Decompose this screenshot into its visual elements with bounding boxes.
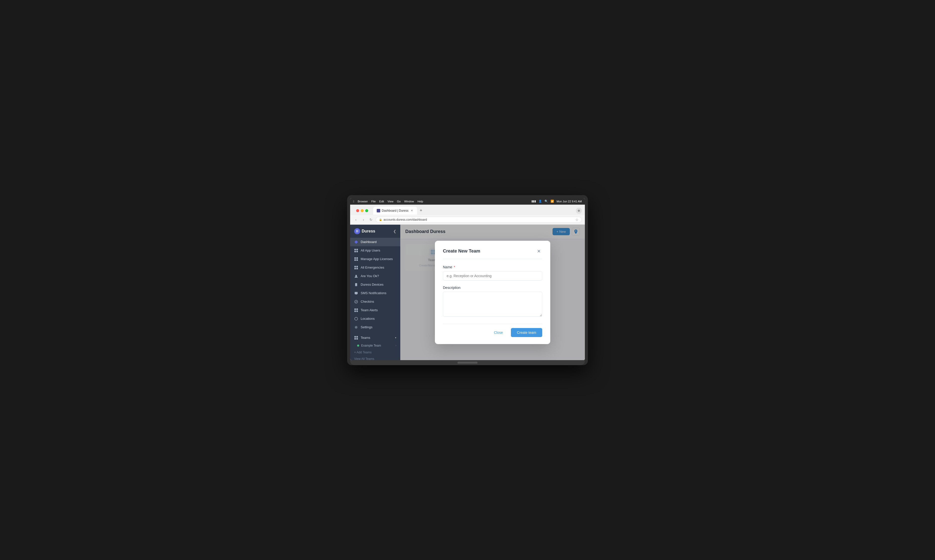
menu-browser[interactable]: Browser	[358, 200, 368, 203]
duress-devices-icon	[354, 283, 358, 287]
menu-file[interactable]: File	[371, 200, 376, 203]
svg-rect-0	[354, 249, 356, 250]
laptop-notch	[457, 362, 478, 364]
svg-rect-7	[357, 259, 358, 261]
menu-bar-left:  Browser File Edit View Go Window Help	[353, 200, 423, 203]
locations-icon	[354, 317, 358, 321]
sidebar: D Duress ❮ Dashboard	[350, 225, 400, 360]
sidebar-item-locations[interactable]: Locations	[350, 314, 400, 323]
sidebar-collapse-button[interactable]: ❮	[393, 229, 396, 233]
sub-team-arrow-icon: ›	[395, 344, 396, 347]
sidebar-item-sms-notifications[interactable]: SMS Notifications	[350, 289, 400, 297]
menu-edit[interactable]: Edit	[379, 200, 384, 203]
svg-rect-3	[357, 251, 358, 252]
name-field-group: Name *	[443, 265, 542, 281]
sidebar-item-label: Team Alerts	[361, 308, 378, 312]
create-team-button[interactable]: Create team	[511, 328, 542, 337]
example-team-dot	[357, 345, 359, 346]
dashboard-icon	[354, 240, 358, 244]
are-you-ok-icon	[354, 274, 358, 278]
team-alerts-icon	[354, 308, 358, 312]
wifi-icon: 📶	[551, 200, 554, 203]
close-button[interactable]	[356, 209, 359, 212]
modal-footer: Close Create team	[443, 324, 542, 337]
all-app-users-icon	[354, 249, 358, 252]
sidebar-item-label: All Emergencies	[361, 266, 384, 269]
sidebar-item-duress-devices[interactable]: Duress Devices	[350, 280, 400, 289]
search-icon[interactable]: 🔍	[544, 200, 548, 203]
menu-help[interactable]: Help	[418, 200, 423, 203]
svg-rect-24	[357, 336, 358, 338]
svg-rect-17	[354, 308, 356, 310]
svg-rect-1	[357, 249, 358, 250]
forward-button[interactable]: ›	[361, 217, 366, 222]
menu-view[interactable]: View	[388, 200, 394, 203]
teams-chevron-icon: ▾	[395, 336, 396, 339]
minimize-button[interactable]	[361, 209, 364, 212]
modal-close-button[interactable]: ✕	[535, 248, 542, 255]
sidebar-item-settings[interactable]: Settings	[350, 323, 400, 332]
main-content: Dashboard Duress + New Teams	[400, 225, 585, 360]
teams-section: Teams ▾ Example Team › + Add Teams	[350, 332, 400, 360]
sidebar-item-all-emergencies[interactable]: All Emergencies	[350, 263, 400, 272]
svg-rect-26	[357, 338, 358, 340]
close-modal-button[interactable]: Close	[489, 328, 508, 337]
teams-section-header[interactable]: Teams ▾	[350, 334, 400, 342]
description-label: Description	[443, 286, 542, 290]
sidebar-item-label: SMS Notifications	[361, 291, 386, 295]
sidebar-header: D Duress ❮	[350, 225, 400, 238]
sidebar-nav: Dashboard All App Users Manage App Licen…	[350, 238, 400, 360]
view-all-teams-link[interactable]: View All Teams	[350, 355, 400, 360]
reload-button[interactable]: ↻	[368, 217, 374, 222]
description-textarea[interactable]	[443, 292, 542, 317]
modal-header: Create New Team ✕	[443, 248, 542, 259]
apple-menu[interactable]: 	[353, 200, 354, 203]
svg-rect-19	[354, 311, 356, 312]
sidebar-item-all-app-users[interactable]: All App Users	[350, 246, 400, 255]
sidebar-item-manage-app-licenses[interactable]: Manage App Licenses	[350, 255, 400, 263]
sidebar-item-example-team[interactable]: Example Team ›	[350, 342, 400, 349]
svg-rect-13	[355, 283, 357, 286]
svg-point-21	[355, 317, 358, 320]
sidebar-item-label: Locations	[361, 317, 375, 320]
traffic-lights	[353, 207, 371, 214]
svg-rect-15	[355, 292, 358, 294]
sidebar-item-label: Checkins	[361, 300, 374, 303]
sidebar-item-team-alerts[interactable]: Team Alerts	[350, 306, 400, 314]
settings-icon	[354, 325, 358, 329]
required-indicator: *	[454, 265, 455, 269]
maximize-button[interactable]	[365, 209, 368, 212]
logo-text: Duress	[361, 229, 375, 234]
name-input[interactable]	[443, 271, 542, 281]
tab-bar: Dashboard | Duress ✕ +	[373, 206, 574, 215]
svg-point-22	[356, 326, 357, 328]
add-teams-link[interactable]: + Add Teams	[350, 349, 400, 355]
tab-close-button[interactable]: ✕	[410, 209, 414, 212]
svg-rect-14	[356, 285, 357, 286]
menu-go[interactable]: Go	[397, 200, 401, 203]
bookmark-icon[interactable]: ☆	[575, 218, 578, 222]
sidebar-item-dashboard[interactable]: Dashboard	[350, 238, 400, 246]
address-input[interactable]: 🔒 accounts.duress.com/dashboard ☆	[376, 217, 582, 223]
browser-chrome: Dashboard | Duress ✕ + ⊕ ‹ › ↻ 🔒 account…	[350, 205, 585, 225]
back-button[interactable]: ‹	[353, 217, 359, 222]
checkins-icon	[354, 300, 358, 304]
sms-notifications-icon	[354, 291, 358, 295]
svg-rect-6	[354, 259, 356, 261]
sidebar-item-are-you-ok[interactable]: Are You Ok?	[350, 272, 400, 280]
teams-label: Teams	[361, 336, 370, 340]
modal-overlay: Create New Team ✕ Name * Description	[400, 225, 585, 360]
address-bar: ‹ › ↻ 🔒 accounts.duress.com/dashboard ☆	[350, 215, 585, 225]
browser-extension-icon[interactable]: ⊕	[576, 208, 582, 214]
svg-rect-10	[354, 268, 356, 269]
browser-tab[interactable]: Dashboard | Duress ✕	[373, 207, 417, 215]
logo-icon: D	[354, 228, 360, 234]
name-label: Name *	[443, 265, 542, 269]
sidebar-item-checkins[interactable]: Checkins	[350, 297, 400, 306]
menu-bar:  Browser File Edit View Go Window Help …	[350, 198, 585, 205]
svg-rect-18	[357, 308, 358, 310]
svg-point-12	[355, 275, 357, 276]
clock: Mon Jun 22 9:41 AM	[557, 200, 582, 203]
new-tab-button[interactable]: +	[418, 208, 424, 214]
menu-window[interactable]: Window	[404, 200, 414, 203]
